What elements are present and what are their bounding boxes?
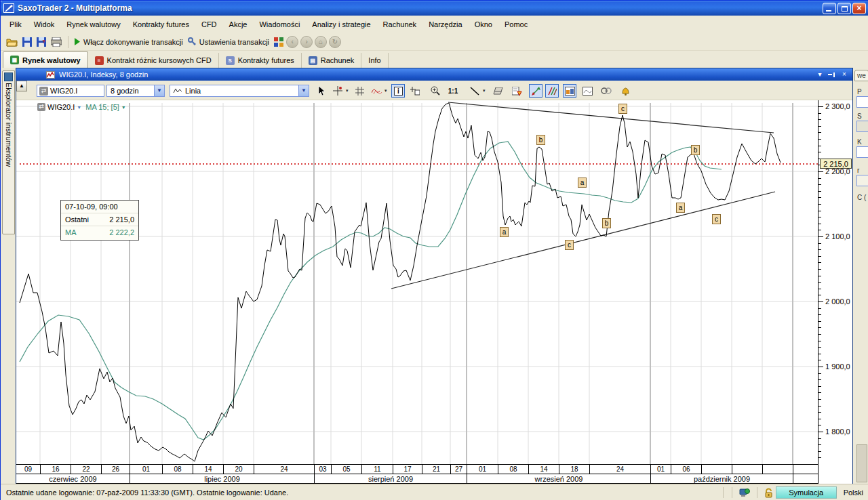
legend-ma-caret[interactable]: ▼ — [121, 105, 126, 110]
tab-kontrakt-różnic-kursowych-cfd[interactable]: ≡Kontrakt różnic kursowych CFD — [88, 53, 219, 68]
chart-titlebar[interactable]: WIG20.I, Indeksy, 8 godzin ▾ × — [16, 68, 852, 81]
tab-rachunek[interactable]: ▤Rachunek — [302, 53, 362, 68]
interval-dropdown-arrow[interactable]: ▼ — [154, 85, 164, 96]
interval-select[interactable]: 8 godzin ▼ — [106, 85, 165, 97]
forward-button[interactable]: › — [300, 36, 313, 48]
add-annotation-button[interactable] — [408, 84, 422, 98]
back-button[interactable]: ‹ — [286, 36, 298, 48]
instrument-explorer-tab[interactable]: Eksplorator instrumentów — [2, 70, 15, 234]
minimize-button[interactable] — [823, 3, 836, 14]
menu-item-okno[interactable]: Okno — [469, 18, 498, 30]
trade-settings-button[interactable]: Ustawienia transakcji — [186, 35, 271, 49]
security-lock-icon[interactable] — [764, 488, 773, 498]
save-chart-image-button[interactable] — [563, 84, 576, 98]
alert-bell-button[interactable] — [618, 84, 632, 98]
line-type-icon — [173, 87, 182, 94]
crosshair-dropdown-arrow[interactable]: ▾ — [346, 88, 349, 93]
zoom-tool-button[interactable] — [429, 84, 442, 98]
wave-label-c[interactable]: c — [565, 240, 574, 250]
wave-label-c[interactable]: c — [712, 214, 721, 224]
menu-item-analizy-i-strategie[interactable]: Analizy i strategie — [306, 18, 376, 30]
right-panel-tab[interactable]: we — [854, 70, 868, 81]
crosshair-tool-button[interactable] — [331, 84, 344, 98]
chart-plot-area[interactable]: ⇄ WIG20.I ▼ MA 15; [5] ▼ 07-10-09, 09:00… — [16, 100, 852, 484]
chart-type-dropdown-arrow[interactable]: ▼ — [298, 85, 309, 96]
right-panel-label-2: S — [857, 112, 862, 120]
wave-label-b[interactable]: b — [602, 218, 611, 228]
right-panel-scrollbar[interactable] — [856, 444, 867, 482]
trendline-dropdown-arrow[interactable]: ▾ — [483, 88, 486, 93]
tab-info[interactable]: Info — [361, 53, 388, 68]
alerts-edit-button[interactable] — [510, 84, 524, 98]
close-button[interactable]: × — [852, 3, 866, 14]
price-axis[interactable]: 2 300,02 200,02 100,02 000,01 900,01 800… — [818, 100, 852, 484]
menu-item-akcje[interactable]: Akcje — [223, 18, 254, 30]
save-button[interactable] — [20, 35, 34, 49]
day-cell: 01 — [130, 465, 163, 474]
tooltip-last-value: 2 215,0 — [109, 213, 134, 226]
trendline-tool-button[interactable] — [468, 84, 481, 98]
window-titlebar[interactable]: SaxoTrader 2 - Multiplatforma × — [1, 1, 868, 16]
right-panel-field-3[interactable] — [856, 146, 868, 158]
save-all-button[interactable]: ? — [35, 35, 48, 49]
right-panel-label-3: K — [857, 138, 862, 146]
wave-label-a[interactable]: a — [676, 203, 685, 213]
wave-label-c[interactable]: c — [618, 104, 627, 114]
cursor-tool-button[interactable] — [315, 84, 328, 98]
tab-kontrakty-futures[interactable]: SKontrakty futures — [219, 53, 302, 68]
drawings-color-button[interactable] — [545, 84, 559, 98]
refresh-button[interactable]: ↻ — [329, 36, 341, 48]
legend-instrument-label[interactable]: WIG20.I — [47, 103, 75, 111]
collapse-toolbar-button[interactable]: ▲ — [16, 81, 27, 91]
day-cell — [732, 465, 763, 474]
open-button[interactable] — [4, 35, 20, 49]
wave-label-a[interactable]: a — [578, 178, 587, 188]
trade-settings-label: Ustawienia transakcji — [199, 38, 269, 46]
menu-item-rachunek[interactable]: Rachunek — [377, 18, 423, 30]
info-tool-button[interactable]: i — [391, 84, 405, 98]
wave-label-b[interactable]: b — [691, 145, 700, 155]
right-panel-field-2[interactable] — [856, 121, 868, 132]
day-cell: 17 — [393, 465, 422, 474]
one-to-one-button[interactable]: 1:1 — [446, 84, 460, 98]
right-panel-field-1[interactable] — [856, 96, 868, 108]
home-button[interactable]: ⌂ — [315, 36, 327, 48]
indicators-dropdown-arrow[interactable]: ▾ — [384, 88, 387, 93]
menu-item-plik[interactable]: Plik — [3, 18, 28, 30]
menu-item-pomoc[interactable]: Pomoc — [498, 18, 534, 30]
chart-pin-button[interactable] — [827, 70, 837, 79]
day-cell: 18 — [559, 465, 590, 474]
menu-item-rynek-walutowy[interactable]: Rynek walutowy — [60, 18, 126, 30]
eraser-tool-button[interactable] — [491, 84, 505, 98]
toolbar-separator — [68, 36, 68, 48]
menu-item-cfd[interactable]: CFD — [195, 18, 223, 30]
tab-rynek-walutowy[interactable]: ▦Rynek walutowy — [3, 51, 88, 68]
legend-instrument-caret[interactable]: ▼ — [77, 105, 81, 110]
apps-grid-button[interactable] — [272, 35, 285, 49]
connection-status-icon[interactable] — [739, 488, 750, 498]
chart-type-select[interactable]: Linia ▼ — [170, 85, 309, 97]
simulation-mode-badge[interactable]: Symulacja — [776, 486, 837, 499]
instrument-field[interactable]: ⇄ WIG20.I — [37, 85, 104, 97]
language-indicator[interactable]: Polski — [844, 488, 863, 497]
wave-label-a[interactable]: a — [500, 227, 509, 237]
day-cell — [763, 465, 793, 474]
grid-tool-button[interactable] — [353, 84, 366, 98]
measure-tool-button[interactable] — [529, 84, 542, 98]
zoom-icon — [431, 86, 440, 96]
right-panel-button[interactable] — [856, 175, 868, 186]
menu-item-widok[interactable]: Widok — [28, 18, 61, 30]
print-button[interactable] — [49, 35, 64, 49]
legend-ma-label[interactable]: MA 15; [5] — [85, 103, 119, 111]
enable-trading-button[interactable]: Włącz dokonywanie transakcji — [72, 35, 185, 49]
menu-item-kontrakty-futures[interactable]: Kontrakty futures — [127, 18, 195, 30]
restore-button[interactable] — [837, 3, 851, 14]
wave-label-b[interactable]: b — [536, 135, 545, 145]
link-charts-button[interactable] — [599, 84, 613, 98]
indicators-button[interactable] — [370, 84, 384, 98]
chart-menu-button[interactable]: ▾ — [814, 70, 825, 79]
menu-item-wiadomości[interactable]: Wiadomości — [253, 18, 306, 30]
menu-item-narzędzia[interactable]: Narzędzia — [422, 18, 469, 30]
chart-close-button[interactable]: × — [839, 70, 850, 79]
load-chart-image-button[interactable] — [580, 84, 594, 98]
